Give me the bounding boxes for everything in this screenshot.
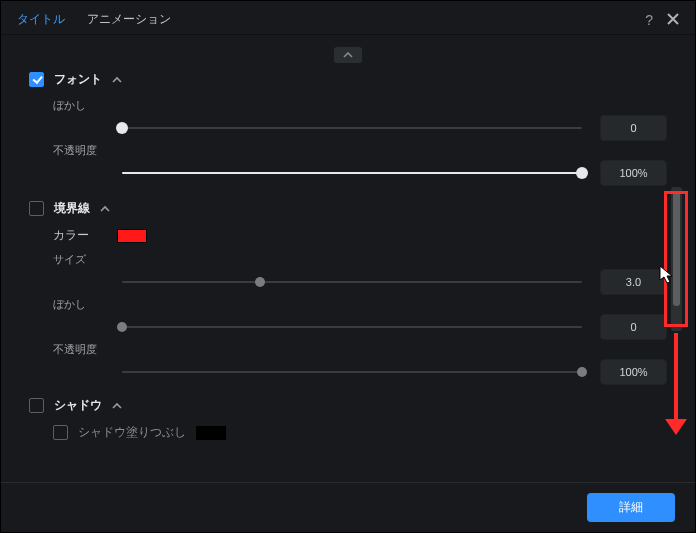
footer: 詳細 <box>1 482 695 532</box>
shadow-fill-label: シャドウ塗りつぶし <box>78 424 186 441</box>
border-size-label: サイズ <box>53 252 123 267</box>
shadow-section-label: シャドウ <box>54 397 102 414</box>
border-checkbox[interactable] <box>29 201 44 216</box>
content-area: フォント ぼかし 0 不透明度 <box>1 35 695 441</box>
border-opacity-label: 不透明度 <box>53 342 123 357</box>
collapse-handle[interactable] <box>29 47 667 63</box>
border-blur-row: ぼかし <box>53 297 667 312</box>
section-border-head[interactable]: 境界線 <box>29 200 667 217</box>
shadow-checkbox[interactable] <box>29 398 44 413</box>
tab-bar: タイトル アニメーション ? <box>1 1 695 35</box>
tab-title[interactable]: タイトル <box>17 11 65 28</box>
border-opacity-slider-row: 100% <box>53 359 667 385</box>
border-size-row: サイズ <box>53 252 667 267</box>
border-size-slider-row: 3.0 <box>53 269 667 295</box>
border-section-label: 境界線 <box>54 200 90 217</box>
title-inspector-panel: タイトル アニメーション ? フォント ぼかし <box>0 0 696 533</box>
border-size-slider[interactable] <box>122 270 582 294</box>
font-opacity-slider-row: 100% <box>53 160 667 186</box>
border-blur-label: ぼかし <box>53 297 123 312</box>
font-opacity-label: 不透明度 <box>53 143 123 158</box>
scrollbar-thumb[interactable] <box>673 191 680 306</box>
border-blur-value[interactable]: 0 <box>600 314 667 340</box>
scrollbar[interactable] <box>671 187 682 331</box>
border-opacity-row: 不透明度 <box>53 342 667 357</box>
font-blur-value[interactable]: 0 <box>600 115 667 141</box>
border-opacity-slider[interactable] <box>122 360 582 384</box>
font-blur-label: ぼかし <box>53 98 123 113</box>
tab-animation[interactable]: アニメーション <box>87 11 171 28</box>
font-checkbox[interactable] <box>29 72 44 87</box>
font-opacity-value[interactable]: 100% <box>600 160 667 186</box>
font-blur-slider[interactable] <box>122 116 582 140</box>
chevron-up-icon <box>100 204 110 214</box>
border-size-value[interactable]: 3.0 <box>600 269 667 295</box>
font-opacity-slider[interactable] <box>122 161 582 185</box>
border-blur-slider[interactable] <box>122 315 582 339</box>
shadow-color-swatch[interactable] <box>196 426 226 440</box>
shadow-fill-checkbox[interactable] <box>53 425 68 440</box>
border-color-label: カラー <box>53 227 103 244</box>
border-color-row: カラー <box>53 227 667 244</box>
chevron-up-icon <box>112 75 122 85</box>
font-blur-row: ぼかし <box>53 98 667 113</box>
shadow-fill-row: シャドウ塗りつぶし <box>53 424 667 441</box>
close-icon[interactable] <box>667 12 679 28</box>
border-color-swatch[interactable] <box>117 229 147 243</box>
font-section-label: フォント <box>54 71 102 88</box>
help-icon[interactable]: ? <box>645 12 653 28</box>
font-opacity-row: 不透明度 <box>53 143 667 158</box>
border-opacity-value[interactable]: 100% <box>600 359 667 385</box>
section-shadow-head[interactable]: シャドウ <box>29 397 667 414</box>
font-blur-slider-row: 0 <box>53 115 667 141</box>
chevron-up-icon <box>112 401 122 411</box>
border-blur-slider-row: 0 <box>53 314 667 340</box>
section-font-head[interactable]: フォント <box>29 71 667 88</box>
advanced-button[interactable]: 詳細 <box>587 493 675 522</box>
